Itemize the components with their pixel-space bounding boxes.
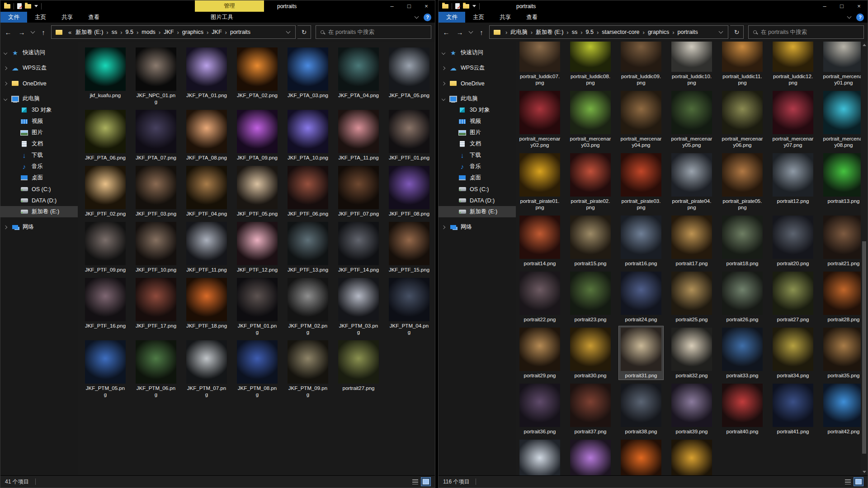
file-tile[interactable]: JKF_PTF_05.png — [235, 164, 279, 218]
file-tile[interactable]: portrait_luddic12.png — [771, 42, 815, 87]
file-tile[interactable]: portrait46.png — [670, 438, 714, 475]
qat-dropdown-icon[interactable] — [34, 5, 38, 7]
sidebar-item-new-volume-e[interactable]: 新加卷 (E:) — [0, 206, 78, 217]
sidebar-item-desktop[interactable]: 桌面 — [439, 172, 516, 183]
file-tile[interactable]: portrait_mercenary08.png — [821, 89, 866, 149]
file-tile[interactable]: JKF_PTF_06.png — [286, 164, 330, 218]
tab-file[interactable]: 文件 — [439, 12, 465, 23]
file-tile[interactable]: portrait_mercenary01.png — [821, 42, 866, 87]
close-button[interactable]: × — [850, 0, 868, 12]
file-pane[interactable]: portrait_luddic07.pngportrait_luddic08.p… — [516, 42, 868, 475]
sidebar-item-documents[interactable]: 文档 — [439, 138, 516, 150]
file-tile[interactable]: portrait27.png — [336, 339, 381, 399]
file-tile[interactable]: JKF_PTF_18.png — [184, 277, 229, 336]
file-tile[interactable]: portrait30.png — [568, 326, 613, 380]
file-tile[interactable]: portrait22.png — [518, 270, 562, 324]
details-view-icon[interactable] — [843, 478, 852, 486]
tab-home[interactable]: 主页 — [27, 12, 54, 23]
tab-picture-tools[interactable]: 图片工具 — [203, 12, 241, 23]
file-tile[interactable]: JKF_PTF_15.png — [387, 221, 431, 274]
address-box[interactable]: «新加卷 (E:)›ss›9.5›mods›JKF›graphics›JKF›p… — [51, 25, 296, 39]
file-tile[interactable]: JKF_PTA_01.png — [184, 46, 229, 106]
file-tile[interactable]: JKF_PTA_06.png — [83, 108, 127, 162]
file-tile[interactable]: portrait_mercenary05.png — [670, 89, 714, 149]
sidebar-item-3d-objects[interactable]: 3D 对象 — [439, 104, 516, 116]
file-tile[interactable]: JKF_PTA_11.png — [336, 108, 381, 162]
file-tile[interactable]: portrait12.png — [771, 152, 815, 211]
file-tile[interactable]: portrait33.png — [720, 326, 764, 380]
file-tile[interactable]: portrait17.png — [670, 214, 714, 267]
sidebar-item-this-pc[interactable]: 此电脑 — [0, 93, 78, 104]
file-tile[interactable]: JKF_PTF_12.png — [235, 221, 279, 274]
file-tile[interactable]: portrait_pirate02.png — [568, 152, 613, 211]
scrollbar-thumb[interactable] — [862, 241, 866, 454]
search-box[interactable] — [316, 25, 431, 39]
scroll-up-icon[interactable] — [863, 44, 866, 46]
file-tile[interactable]: portrait28.png — [821, 270, 866, 324]
breadcrumb-segment[interactable]: JKF — [208, 29, 225, 35]
minimize-button[interactable]: – — [816, 0, 833, 12]
properties-icon[interactable] — [17, 3, 22, 9]
breadcrumb-segment[interactable]: ss — [569, 29, 581, 35]
ribbon-expand-icon[interactable] — [415, 14, 419, 19]
file-tile[interactable]: portrait41.png — [771, 382, 815, 436]
file-tile[interactable]: portrait44.png — [568, 438, 613, 475]
file-tile[interactable]: JKF_PTM_01.png — [235, 277, 279, 336]
sidebar-item-music[interactable]: 音乐 — [0, 161, 78, 172]
file-tile[interactable]: portrait_luddic07.png — [518, 42, 562, 87]
file-tile[interactable]: JKF_PTF_08.png — [387, 164, 431, 218]
sidebar-item-network[interactable]: 网络 — [439, 221, 516, 233]
refresh-button[interactable]: ↻ — [730, 25, 744, 39]
qat-dropdown-icon[interactable] — [472, 5, 476, 7]
breadcrumb-segment[interactable]: portraits — [227, 29, 254, 35]
file-tile[interactable]: portrait21.png — [821, 214, 866, 267]
file-tile[interactable]: JKF_PTF_13.png — [286, 221, 330, 274]
file-pane[interactable]: jkf_kuafu.pngJKF_NPC_01.pngJKF_PTA_01.pn… — [78, 42, 435, 475]
sidebar-item-videos[interactable]: 视频 — [0, 116, 78, 127]
search-input[interactable] — [328, 29, 426, 35]
address-box[interactable]: ›此电脑›新加卷 (E:)›ss›9.5›starsector-core›gra… — [489, 25, 728, 39]
file-tile[interactable]: portrait32.png — [670, 326, 714, 380]
sidebar-item-downloads[interactable]: 下载 — [0, 150, 78, 161]
file-tile[interactable]: portrait_mercenary07.png — [771, 89, 815, 149]
file-tile[interactable]: JKF_PTM_09.png — [286, 339, 330, 399]
file-tile[interactable]: portrait14.png — [518, 214, 562, 267]
tab-share[interactable]: 共享 — [54, 12, 80, 23]
file-tile[interactable]: JKF_PTF_10.png — [134, 221, 178, 274]
new-folder-icon[interactable] — [25, 4, 31, 9]
breadcrumb-segment[interactable]: 9.5 — [123, 29, 137, 35]
breadcrumb-segment[interactable]: ss — [108, 29, 121, 35]
sidebar-item-quick-access[interactable]: 快速访问 — [439, 47, 516, 58]
file-tile[interactable]: JKF_PTA_04.png — [336, 46, 381, 106]
chevron-down-icon[interactable] — [442, 97, 445, 100]
forward-button[interactable]: → — [454, 26, 466, 38]
tab-home[interactable]: 主页 — [465, 12, 492, 23]
scroll-down-icon[interactable] — [863, 471, 866, 473]
new-folder-icon[interactable] — [463, 4, 469, 9]
file-tile[interactable]: JKF_PTA_02.png — [235, 46, 279, 106]
file-tile[interactable]: portrait25.png — [670, 270, 714, 324]
chevron-right-icon[interactable] — [442, 66, 445, 70]
file-tile[interactable]: JKF_PTA_08.png — [184, 108, 229, 162]
file-tile[interactable]: portrait37.png — [568, 382, 613, 436]
file-tile[interactable]: JKF_PTM_07.png — [184, 339, 229, 399]
chevron-down-icon[interactable] — [442, 51, 445, 54]
file-tile[interactable]: portrait_luddic10.png — [670, 42, 714, 87]
maximize-button[interactable]: □ — [833, 0, 850, 12]
address-dropdown-icon[interactable] — [283, 26, 293, 38]
file-tile[interactable]: portrait13.png — [821, 152, 866, 211]
sidebar-item-downloads[interactable]: 下载 — [439, 150, 516, 161]
file-tile[interactable]: portrait43.png — [518, 438, 562, 475]
file-tile[interactable]: portrait26.png — [720, 270, 764, 324]
file-tile[interactable]: portrait27.png — [771, 270, 815, 324]
breadcrumb-segment[interactable]: 此电脑 — [507, 28, 531, 36]
back-button[interactable]: ← — [440, 26, 452, 38]
file-tile[interactable]: portrait45.png — [619, 438, 663, 475]
chevron-right-icon[interactable] — [4, 66, 7, 70]
breadcrumb-segment[interactable]: mods — [138, 29, 159, 35]
file-tile[interactable]: portrait42.png — [821, 382, 866, 436]
file-tile[interactable]: JKF_PTM_04.png — [387, 277, 431, 336]
sidebar-item-new-volume-e[interactable]: 新加卷 (E:) — [439, 206, 516, 217]
file-tile[interactable]: portrait38.png — [619, 382, 663, 436]
tab-file[interactable]: 文件 — [0, 12, 27, 23]
